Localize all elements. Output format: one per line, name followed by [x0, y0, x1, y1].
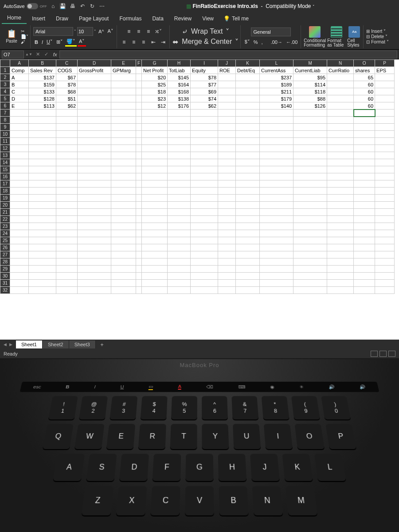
row-header[interactable]: 28: [0, 258, 10, 266]
sheet-tab-1[interactable]: Sheet1: [16, 340, 43, 348]
tab-draw[interactable]: Draw: [51, 13, 74, 24]
cell-C18[interactable]: [56, 188, 78, 195]
cell-N18[interactable]: [327, 188, 354, 195]
cell-E23[interactable]: [111, 223, 136, 230]
fx-icon[interactable]: fx: [51, 52, 60, 57]
cell-F18[interactable]: [136, 188, 142, 195]
cell-O14[interactable]: [354, 159, 375, 166]
cell-K10[interactable]: [236, 131, 260, 138]
cell-D20[interactable]: [78, 202, 111, 209]
cell-I23[interactable]: [191, 223, 218, 230]
cell-P6[interactable]: [375, 102, 395, 110]
cell-B10[interactable]: [29, 131, 56, 138]
cell-O29[interactable]: [354, 266, 375, 273]
row-header[interactable]: 16: [0, 173, 10, 180]
cell-H4[interactable]: $168: [168, 88, 191, 95]
cell-B1[interactable]: Sales Rev: [29, 67, 56, 74]
row-header[interactable]: 11: [0, 138, 10, 145]
cell-L17[interactable]: [260, 180, 293, 188]
cell-P27[interactable]: [375, 251, 395, 258]
cell-I17[interactable]: [191, 180, 218, 188]
cell-N22[interactable]: [327, 216, 354, 223]
cell-B13[interactable]: [29, 152, 56, 159]
cell-P10[interactable]: [375, 131, 395, 138]
cell-J11[interactable]: [218, 138, 236, 145]
cell-G2[interactable]: $20: [142, 74, 168, 81]
cell-J24[interactable]: [218, 230, 236, 237]
row-header[interactable]: 29: [0, 266, 10, 273]
decrease-font-icon[interactable]: A˅: [106, 27, 115, 35]
cell-I2[interactable]: $78: [191, 74, 218, 81]
cell-N23[interactable]: [327, 223, 354, 230]
cell-I26[interactable]: [191, 244, 218, 251]
cell-E16[interactable]: [111, 173, 136, 180]
cell-O10[interactable]: [354, 131, 375, 138]
cell-O22[interactable]: [354, 216, 375, 223]
cell-C9[interactable]: [56, 124, 78, 131]
cell-P21[interactable]: [375, 209, 395, 216]
cell-G3[interactable]: $25: [142, 81, 168, 88]
cell-L28[interactable]: [260, 258, 293, 266]
col-header-C[interactable]: C: [56, 60, 78, 67]
cell-F27[interactable]: [136, 251, 142, 258]
cell-P4[interactable]: [375, 88, 395, 95]
cell-O19[interactable]: [354, 195, 375, 202]
cell-E24[interactable]: [111, 230, 136, 237]
cell-B18[interactable]: [29, 188, 56, 195]
cell-A5[interactable]: D: [10, 95, 29, 102]
toggle-pill[interactable]: [27, 3, 38, 9]
cell-H28[interactable]: [168, 258, 191, 266]
cell-B25[interactable]: [29, 237, 56, 244]
cell-K2[interactable]: [236, 74, 260, 81]
cell-E5[interactable]: [111, 95, 136, 102]
cell-K26[interactable]: [236, 244, 260, 251]
cell-E19[interactable]: [111, 195, 136, 202]
cell-C6[interactable]: $62: [56, 102, 78, 110]
cell-H21[interactable]: [168, 209, 191, 216]
cell-G31[interactable]: [142, 280, 168, 287]
cell-B15[interactable]: [29, 166, 56, 173]
cell-M4[interactable]: $118: [293, 88, 327, 95]
cell-C32[interactable]: [56, 287, 78, 294]
cell-C19[interactable]: [56, 195, 78, 202]
cell-L6[interactable]: $140: [260, 102, 293, 110]
row-header[interactable]: 22: [0, 216, 10, 223]
copy-icon[interactable]: 📄˅: [21, 34, 28, 39]
row-header[interactable]: 26: [0, 244, 10, 251]
cell-F32[interactable]: [136, 287, 142, 294]
cell-B8[interactable]: [29, 117, 56, 124]
cell-I18[interactable]: [191, 188, 218, 195]
font-name-select[interactable]: [33, 27, 73, 36]
cell-I3[interactable]: $77: [191, 81, 218, 88]
cell-C16[interactable]: [56, 173, 78, 180]
cell-N15[interactable]: [327, 166, 354, 173]
cell-M22[interactable]: [293, 216, 327, 223]
cell-M13[interactable]: [293, 152, 327, 159]
page-break-view-icon[interactable]: [388, 351, 395, 357]
cell-B27[interactable]: [29, 251, 56, 258]
cell-O8[interactable]: [354, 117, 375, 124]
cell-J12[interactable]: [218, 145, 236, 152]
cell-K9[interactable]: [236, 124, 260, 131]
cell-H7[interactable]: [168, 110, 191, 117]
cell-O20[interactable]: [354, 202, 375, 209]
cell-H12[interactable]: [168, 145, 191, 152]
cell-G12[interactable]: [142, 145, 168, 152]
cell-E8[interactable]: [111, 117, 136, 124]
tell-me[interactable]: 💡 Tell me: [219, 13, 253, 24]
cell-C23[interactable]: [56, 223, 78, 230]
cell-D9[interactable]: [78, 124, 111, 131]
cell-N12[interactable]: [327, 145, 354, 152]
cell-A23[interactable]: [10, 223, 29, 230]
col-header-E[interactable]: E: [111, 60, 136, 67]
cell-K28[interactable]: [236, 258, 260, 266]
cell-J6[interactable]: [218, 102, 236, 110]
cell-A32[interactable]: [10, 287, 29, 294]
cell-C12[interactable]: [56, 145, 78, 152]
row-header[interactable]: 32: [0, 287, 10, 294]
cell-E18[interactable]: [111, 188, 136, 195]
cell-J14[interactable]: [218, 159, 236, 166]
cell-K15[interactable]: [236, 166, 260, 173]
increase-font-icon[interactable]: A^: [97, 28, 106, 35]
col-header-D[interactable]: D: [78, 60, 111, 67]
